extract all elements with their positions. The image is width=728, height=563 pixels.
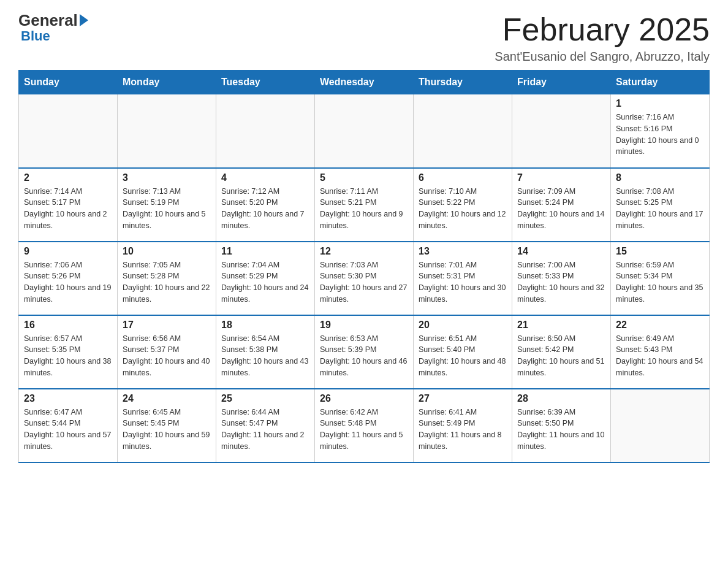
cell-week4-day3: 26Sunrise: 6:42 AM Sunset: 5:48 PM Dayli…: [315, 389, 414, 462]
col-thursday: Thursday: [414, 71, 512, 94]
day-number-5: 5: [320, 172, 408, 183]
cell-week3-day6: 22Sunrise: 6:49 AM Sunset: 5:43 PM Dayli…: [611, 315, 710, 389]
day-number-1: 1: [616, 98, 704, 109]
day-info-17: Sunrise: 6:56 AM Sunset: 5:37 PM Dayligh…: [123, 333, 211, 379]
cell-week3-day1: 17Sunrise: 6:56 AM Sunset: 5:37 PM Dayli…: [118, 315, 216, 389]
day-info-2: Sunrise: 7:14 AM Sunset: 5:17 PM Dayligh…: [24, 186, 112, 232]
col-tuesday: Tuesday: [216, 71, 315, 94]
day-number-9: 9: [24, 246, 112, 257]
cell-week0-day4: [414, 94, 512, 168]
day-info-21: Sunrise: 6:50 AM Sunset: 5:42 PM Dayligh…: [517, 333, 605, 379]
cell-week1-day0: 2Sunrise: 7:14 AM Sunset: 5:17 PM Daylig…: [19, 168, 118, 242]
cell-week0-day5: [512, 94, 611, 168]
week-row-1: 2Sunrise: 7:14 AM Sunset: 5:17 PM Daylig…: [19, 168, 710, 242]
day-info-22: Sunrise: 6:49 AM Sunset: 5:43 PM Dayligh…: [616, 333, 704, 379]
day-number-22: 22: [616, 320, 704, 331]
cell-week3-day3: 19Sunrise: 6:53 AM Sunset: 5:39 PM Dayli…: [315, 315, 414, 389]
week-row-0: 1Sunrise: 7:16 AM Sunset: 5:16 PM Daylig…: [19, 94, 710, 168]
cell-week4-day0: 23Sunrise: 6:47 AM Sunset: 5:44 PM Dayli…: [19, 389, 118, 462]
day-number-26: 26: [320, 393, 408, 404]
col-wednesday: Wednesday: [315, 71, 414, 94]
cell-week3-day4: 20Sunrise: 6:51 AM Sunset: 5:40 PM Dayli…: [414, 315, 512, 389]
cell-week1-day4: 6Sunrise: 7:10 AM Sunset: 5:22 PM Daylig…: [414, 168, 512, 242]
col-monday: Monday: [118, 71, 216, 94]
page-header: General Blue February 2025 Sant'Eusanio …: [18, 12, 710, 64]
day-number-8: 8: [616, 172, 704, 183]
day-number-16: 16: [24, 320, 112, 331]
col-sunday: Sunday: [19, 71, 118, 94]
logo: General Blue: [18, 12, 89, 44]
cell-week3-day5: 21Sunrise: 6:50 AM Sunset: 5:42 PM Dayli…: [512, 315, 611, 389]
cell-week0-day6: 1Sunrise: 7:16 AM Sunset: 5:16 PM Daylig…: [611, 94, 710, 168]
day-number-21: 21: [517, 320, 605, 331]
cell-week2-day2: 11Sunrise: 7:04 AM Sunset: 5:29 PM Dayli…: [216, 242, 315, 315]
day-info-4: Sunrise: 7:12 AM Sunset: 5:20 PM Dayligh…: [221, 186, 309, 232]
logo-general: General: [18, 12, 89, 28]
cell-week4-day6: [611, 389, 710, 462]
day-info-16: Sunrise: 6:57 AM Sunset: 5:35 PM Dayligh…: [24, 333, 112, 379]
cell-week2-day0: 9Sunrise: 7:06 AM Sunset: 5:26 PM Daylig…: [19, 242, 118, 315]
cell-week2-day1: 10Sunrise: 7:05 AM Sunset: 5:28 PM Dayli…: [118, 242, 216, 315]
cell-week2-day5: 14Sunrise: 7:00 AM Sunset: 5:33 PM Dayli…: [512, 242, 611, 315]
day-number-2: 2: [24, 172, 112, 183]
day-info-25: Sunrise: 6:44 AM Sunset: 5:47 PM Dayligh…: [221, 407, 309, 453]
day-number-3: 3: [123, 172, 211, 183]
day-info-15: Sunrise: 6:59 AM Sunset: 5:34 PM Dayligh…: [616, 259, 704, 305]
cell-week2-day3: 12Sunrise: 7:03 AM Sunset: 5:30 PM Dayli…: [315, 242, 414, 315]
day-number-25: 25: [221, 393, 309, 404]
cell-week0-day3: [315, 94, 414, 168]
cell-week1-day2: 4Sunrise: 7:12 AM Sunset: 5:20 PM Daylig…: [216, 168, 315, 242]
week-row-3: 16Sunrise: 6:57 AM Sunset: 5:35 PM Dayli…: [19, 315, 710, 389]
day-number-12: 12: [320, 246, 408, 257]
day-info-8: Sunrise: 7:08 AM Sunset: 5:25 PM Dayligh…: [616, 186, 704, 232]
cell-week4-day1: 24Sunrise: 6:45 AM Sunset: 5:45 PM Dayli…: [118, 389, 216, 462]
day-info-1: Sunrise: 7:16 AM Sunset: 5:16 PM Dayligh…: [616, 112, 704, 158]
col-friday: Friday: [512, 71, 611, 94]
day-info-6: Sunrise: 7:10 AM Sunset: 5:22 PM Dayligh…: [419, 186, 507, 232]
logo-general-text: General: [18, 12, 78, 28]
day-info-9: Sunrise: 7:06 AM Sunset: 5:26 PM Dayligh…: [24, 259, 112, 305]
day-info-24: Sunrise: 6:45 AM Sunset: 5:45 PM Dayligh…: [123, 407, 211, 453]
col-saturday: Saturday: [611, 71, 710, 94]
logo-blue-text: Blue: [21, 28, 50, 44]
week-row-4: 23Sunrise: 6:47 AM Sunset: 5:44 PM Dayli…: [19, 389, 710, 462]
day-number-11: 11: [221, 246, 309, 257]
day-number-20: 20: [419, 320, 507, 331]
day-number-28: 28: [517, 393, 605, 404]
day-number-18: 18: [221, 320, 309, 331]
cell-week0-day2: [216, 94, 315, 168]
day-info-10: Sunrise: 7:05 AM Sunset: 5:28 PM Dayligh…: [123, 259, 211, 305]
cell-week0-day1: [118, 94, 216, 168]
cell-week3-day2: 18Sunrise: 6:54 AM Sunset: 5:38 PM Dayli…: [216, 315, 315, 389]
calendar-body: 1Sunrise: 7:16 AM Sunset: 5:16 PM Daylig…: [19, 94, 710, 462]
day-info-18: Sunrise: 6:54 AM Sunset: 5:38 PM Dayligh…: [221, 333, 309, 379]
cell-week4-day5: 28Sunrise: 6:39 AM Sunset: 5:50 PM Dayli…: [512, 389, 611, 462]
day-number-10: 10: [123, 246, 211, 257]
cell-week4-day4: 27Sunrise: 6:41 AM Sunset: 5:49 PM Dayli…: [414, 389, 512, 462]
cell-week4-day2: 25Sunrise: 6:44 AM Sunset: 5:47 PM Dayli…: [216, 389, 315, 462]
day-info-20: Sunrise: 6:51 AM Sunset: 5:40 PM Dayligh…: [419, 333, 507, 379]
day-info-19: Sunrise: 6:53 AM Sunset: 5:39 PM Dayligh…: [320, 333, 408, 379]
cell-week0-day0: [19, 94, 118, 168]
cell-week3-day0: 16Sunrise: 6:57 AM Sunset: 5:35 PM Dayli…: [19, 315, 118, 389]
day-info-11: Sunrise: 7:04 AM Sunset: 5:29 PM Dayligh…: [221, 259, 309, 305]
location-subtitle: Sant'Eusanio del Sangro, Abruzzo, Italy: [495, 50, 710, 64]
day-info-5: Sunrise: 7:11 AM Sunset: 5:21 PM Dayligh…: [320, 186, 408, 232]
day-number-19: 19: [320, 320, 408, 331]
day-info-26: Sunrise: 6:42 AM Sunset: 5:48 PM Dayligh…: [320, 407, 408, 453]
day-number-4: 4: [221, 172, 309, 183]
day-info-27: Sunrise: 6:41 AM Sunset: 5:49 PM Dayligh…: [419, 407, 507, 453]
week-row-2: 9Sunrise: 7:06 AM Sunset: 5:26 PM Daylig…: [19, 242, 710, 315]
day-number-15: 15: [616, 246, 704, 257]
title-block: February 2025 Sant'Eusanio del Sangro, A…: [495, 12, 710, 64]
day-info-7: Sunrise: 7:09 AM Sunset: 5:24 PM Dayligh…: [517, 186, 605, 232]
cell-week1-day6: 8Sunrise: 7:08 AM Sunset: 5:25 PM Daylig…: [611, 168, 710, 242]
cell-week1-day5: 7Sunrise: 7:09 AM Sunset: 5:24 PM Daylig…: [512, 168, 611, 242]
day-number-24: 24: [123, 393, 211, 404]
day-number-14: 14: [517, 246, 605, 257]
cell-week1-day3: 5Sunrise: 7:11 AM Sunset: 5:21 PM Daylig…: [315, 168, 414, 242]
day-number-17: 17: [123, 320, 211, 331]
cell-week1-day1: 3Sunrise: 7:13 AM Sunset: 5:19 PM Daylig…: [118, 168, 216, 242]
cell-week2-day4: 13Sunrise: 7:01 AM Sunset: 5:31 PM Dayli…: [414, 242, 512, 315]
cell-week2-day6: 15Sunrise: 6:59 AM Sunset: 5:34 PM Dayli…: [611, 242, 710, 315]
